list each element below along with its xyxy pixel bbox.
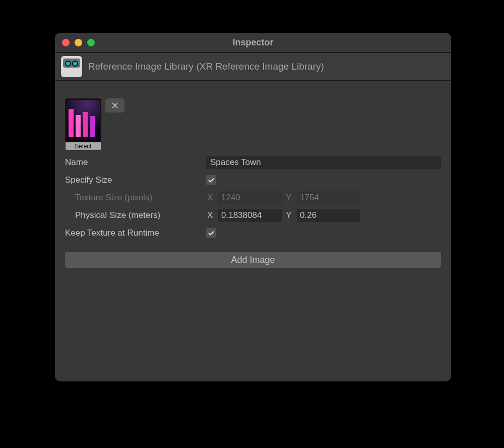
physical-size-label: Physical Size (meters) xyxy=(65,210,206,220)
asset-header: Reference Image Library (XR Reference Im… xyxy=(55,52,451,81)
window-close-button[interactable] xyxy=(62,39,70,46)
window-minimize-button[interactable] xyxy=(75,39,82,46)
inspector-window: Inspector Reference Image Library (XR Re… xyxy=(55,33,451,381)
window-zoom-button[interactable] xyxy=(87,39,95,46)
physical-size-x-label: X xyxy=(206,210,214,220)
window-titlebar: Inspector xyxy=(55,33,451,52)
texture-size-label: Texture Size (pixels) xyxy=(65,193,206,203)
window-traffic-lights xyxy=(62,39,95,46)
keep-texture-checkbox[interactable] xyxy=(206,228,216,238)
reference-image-row: Select xyxy=(65,98,441,151)
specify-size-row: Specify Size xyxy=(65,172,441,189)
checkmark-icon xyxy=(208,177,215,184)
checkmark-icon xyxy=(208,230,215,237)
keep-texture-row: Keep Texture at Runtime xyxy=(65,225,441,242)
texture-size-y-field xyxy=(297,191,360,204)
close-icon xyxy=(111,102,118,109)
add-image-button[interactable]: Add Image xyxy=(65,252,441,268)
texture-size-x-label: X xyxy=(206,193,214,203)
remove-image-button[interactable] xyxy=(105,98,124,113)
physical-size-row: Physical Size (meters) X Y xyxy=(65,207,441,224)
name-label: Name xyxy=(65,157,206,167)
asset-type-icon xyxy=(61,56,82,77)
specify-size-checkbox[interactable] xyxy=(206,175,216,185)
physical-size-y-input[interactable] xyxy=(297,209,360,222)
reference-image-form: Name Specify Size Texture Size (pixels) xyxy=(65,154,441,268)
reference-image-select-label: Select xyxy=(66,142,101,150)
asset-title: Reference Image Library (XR Reference Im… xyxy=(88,61,324,72)
specify-size-label: Specify Size xyxy=(65,175,206,185)
name-row: Name xyxy=(65,154,441,171)
name-input[interactable] xyxy=(206,156,441,169)
keep-texture-label: Keep Texture at Runtime xyxy=(65,228,206,238)
add-image-label: Add Image xyxy=(231,255,275,265)
texture-size-x-field xyxy=(218,191,282,204)
inspector-content: Select Name Specify Size xyxy=(55,81,451,381)
texture-size-y-label: Y xyxy=(285,193,293,203)
window-title: Inspector xyxy=(55,37,451,48)
texture-size-row: Texture Size (pixels) X Y xyxy=(65,189,441,206)
physical-size-x-input[interactable] xyxy=(218,209,282,222)
reference-image-thumbnail[interactable]: Select xyxy=(65,98,101,151)
physical-size-y-label: Y xyxy=(285,210,293,220)
